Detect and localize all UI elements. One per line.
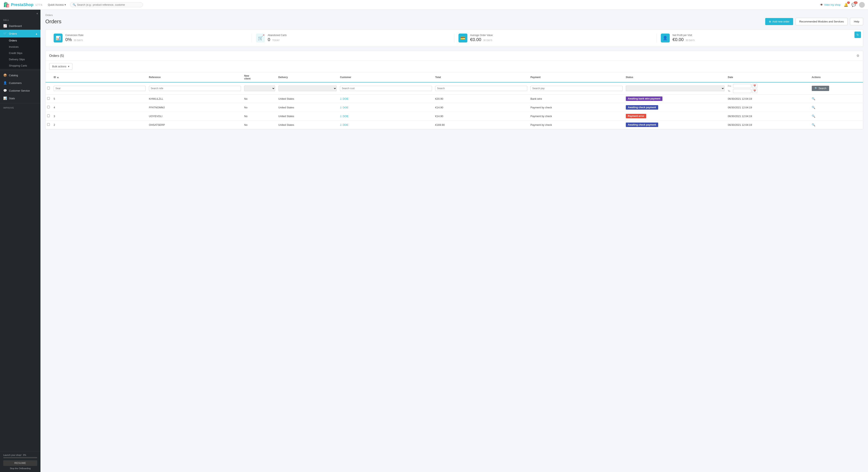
stat-abandoned-carts: 🛒✕ Abandoned Carts 0 TODAY xyxy=(252,34,454,42)
sidebar-submenu-label: Orders xyxy=(9,39,17,42)
row-total: €20.90 xyxy=(434,94,529,103)
notifications-button[interactable]: 🔔 7 xyxy=(844,3,848,7)
row-checkbox[interactable] xyxy=(47,123,50,126)
add-new-order-button[interactable]: ⊕ Add new order xyxy=(765,18,793,25)
sidebar-item-delivery-slips[interactable]: Delivery Slips xyxy=(0,56,40,62)
date-column-header: Date xyxy=(726,72,810,82)
id-column-header[interactable]: ID ▲ xyxy=(52,72,147,82)
conversion-rate-label: Conversion Rate xyxy=(65,34,83,37)
recommended-modules-button[interactable]: Recommended Modules and Services xyxy=(796,18,848,25)
row-date: 06/30/2021 12:04:19 xyxy=(726,112,810,121)
customer-link[interactable]: J. DOE xyxy=(340,123,348,126)
customer-link[interactable]: J. DOE xyxy=(340,97,348,100)
sidebar-item-invoices[interactable]: Invoices xyxy=(0,44,40,50)
new-client-filter-select[interactable]: Yes No xyxy=(244,86,275,91)
date-to-input[interactable] xyxy=(733,89,751,93)
settings-button[interactable]: ⚙ xyxy=(857,54,859,58)
sidebar-item-customers[interactable]: 👤 Customers xyxy=(0,79,40,87)
view-action-icon[interactable]: 🔍 xyxy=(812,123,815,126)
refresh-button[interactable]: ↻ xyxy=(855,32,861,38)
stat-conversion-rate: 📊 Conversion Rate 0% 30 DAYS xyxy=(50,34,252,42)
page-title: Orders xyxy=(45,19,763,25)
dashboard-icon: 📈 xyxy=(3,24,7,28)
stat-avg-info: Average Order Value €0.00 30 DAYS xyxy=(470,34,493,42)
sidebar-item-label: Stats xyxy=(9,97,15,100)
row-id: 4 xyxy=(52,103,147,112)
total-column-header: Total xyxy=(434,72,529,82)
help-button[interactable]: Help xyxy=(850,18,863,25)
global-search-input[interactable] xyxy=(77,3,140,6)
sidebar-item-customer-service[interactable]: 💬 Customer Service xyxy=(0,87,40,94)
sidebar-submenu-label: Invoices xyxy=(9,45,19,48)
chevron-down-icon: ▾ xyxy=(68,65,69,68)
date-from-row: Fro 📅 xyxy=(728,84,808,88)
view-shop-link[interactable]: 👁️ View my shop xyxy=(820,3,840,6)
delivery-filter-select[interactable]: United States xyxy=(278,86,337,91)
stat-net-profit: 👤 Net Profit per Visit €0.00 30 DAYS xyxy=(657,34,859,42)
calendar-from-button[interactable]: 📅 xyxy=(752,84,757,88)
sidebar-item-orders-sub[interactable]: Orders xyxy=(0,37,40,44)
sidebar-collapse-button[interactable]: « xyxy=(0,10,40,17)
global-search-bar: 🔍 xyxy=(70,2,143,7)
abandoned-carts-value: 0 xyxy=(268,37,270,42)
row-total: €14.90 xyxy=(434,103,529,112)
resume-button[interactable]: RESUME xyxy=(3,460,37,466)
status-filter-select[interactable]: Awaiting bank wire payment Awaiting chec… xyxy=(626,86,725,91)
bulk-actions-button[interactable]: Bulk actions ▾ xyxy=(49,63,72,70)
row-delivery: United States xyxy=(277,94,339,103)
filter-search-label: Search xyxy=(818,87,826,90)
payment-column-header: Payment xyxy=(529,72,624,82)
table-row: 2 OHSATSERP No United States J. DOE €169… xyxy=(45,121,863,129)
quick-access-button[interactable]: Quick Access ▾ xyxy=(46,2,68,7)
customer-filter-input[interactable] xyxy=(340,86,432,91)
customers-icon: 👤 xyxy=(3,81,7,85)
sidebar-item-catalog[interactable]: 📦 Catalog xyxy=(0,71,40,79)
row-checkbox-cell xyxy=(45,121,52,129)
date-from-input[interactable] xyxy=(733,84,751,88)
row-reference: FFATNOMMJ xyxy=(147,103,243,112)
calendar-to-button[interactable]: 📅 xyxy=(752,89,757,93)
sidebar-item-dashboard[interactable]: 📈 Dashboard xyxy=(0,22,40,30)
payment-filter-input[interactable] xyxy=(530,86,623,91)
row-checkbox[interactable] xyxy=(47,106,50,108)
row-checkbox[interactable] xyxy=(47,115,50,117)
row-total: €169.90 xyxy=(434,121,529,129)
sidebar-item-stats[interactable]: 📊 Stats xyxy=(0,94,40,102)
sidebar-submenu-label: Credit Slips xyxy=(9,52,22,55)
row-checkbox-cell xyxy=(45,112,52,121)
select-all-checkbox[interactable] xyxy=(47,87,50,89)
sidebar-item-label: Catalog xyxy=(9,74,18,77)
eye-icon: 👁️ xyxy=(820,3,823,6)
messages-button[interactable]: 💬 13 xyxy=(851,3,856,7)
actions-column-header: Actions xyxy=(810,72,863,82)
row-customer: J. DOE xyxy=(338,121,434,129)
abandoned-carts-label: Abandoned Carts xyxy=(268,34,286,37)
row-checkbox-cell xyxy=(45,103,52,112)
version-label: 1.7.7.5 xyxy=(35,4,42,6)
chevron-down-icon: ▾ xyxy=(65,3,66,6)
sidebar-item-shopping-carts[interactable]: Shopping Carts xyxy=(0,62,40,69)
orders-icon: 🛒 xyxy=(3,32,7,35)
row-checkbox[interactable] xyxy=(47,97,50,100)
reference-filter-input[interactable] xyxy=(149,86,241,91)
total-filter-input[interactable] xyxy=(435,86,527,91)
row-reference: KHWLILZLL xyxy=(147,94,243,103)
sidebar-item-credit-slips[interactable]: Credit Slips xyxy=(0,50,40,56)
avatar[interactable] xyxy=(859,2,865,8)
customer-link[interactable]: J. DOE xyxy=(340,115,348,118)
sidebar-bottom: Launch your shop! 0% RESUME Stop the OnB… xyxy=(0,451,40,472)
topbar: 🛍️ PrestaShop 1.7.7.5 Quick Access ▾ 🔍 👁… xyxy=(0,0,868,10)
row-payment: Payment by check xyxy=(529,112,624,121)
row-payment: Payment by check xyxy=(529,103,624,112)
customer-link[interactable]: J. DOE xyxy=(340,106,348,109)
date-to-row: To 📅 xyxy=(728,89,808,93)
page-header: Orders ⊕ Add new order Recommended Modul… xyxy=(45,18,863,25)
view-action-icon[interactable]: 🔍 xyxy=(812,115,815,118)
filter-search-button[interactable]: 🔍 Search xyxy=(812,86,829,91)
row-id: 5 xyxy=(52,94,147,103)
sidebar-item-orders[interactable]: 🛒 Orders ▴ xyxy=(0,30,40,37)
id-filter-input[interactable] xyxy=(54,86,146,91)
view-action-icon[interactable]: 🔍 xyxy=(812,106,815,109)
stop-onboarding-button[interactable]: Stop the OnBoarding xyxy=(3,467,37,470)
view-action-icon[interactable]: 🔍 xyxy=(812,97,815,100)
